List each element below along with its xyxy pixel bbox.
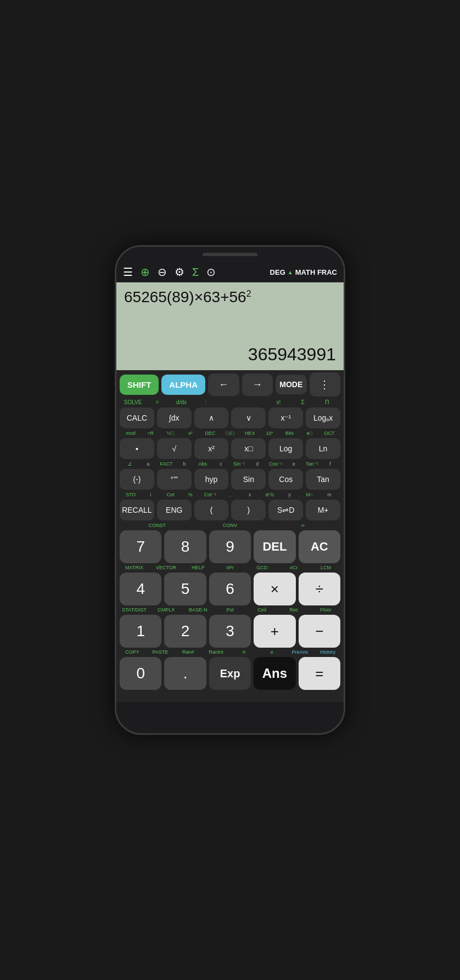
- divide-button[interactable]: ÷: [299, 573, 340, 605]
- preans-label: PreAns: [287, 649, 312, 655]
- menu-icon[interactable]: ☰: [123, 265, 133, 279]
- gcd-label: GCD: [248, 565, 277, 570]
- abc-label: aᵇ/c: [260, 492, 279, 497]
- num-sub-row-1: MATRIX VECTOR HELP nPr GCD nCr LCM: [120, 565, 340, 570]
- e-label: e: [285, 461, 303, 467]
- mode-deg: DEG: [270, 268, 285, 276]
- two-button[interactable]: 2: [164, 615, 206, 648]
- tenx-label: 10ˣ: [260, 430, 279, 436]
- zero-button[interactable]: 0: [120, 657, 161, 690]
- deg-sym-button[interactable]: °'": [157, 469, 192, 490]
- log-a-button[interactable]: Logₐx: [306, 407, 340, 428]
- more-button[interactable]: ⋮: [310, 372, 341, 396]
- neg-button[interactable]: (-): [120, 469, 154, 490]
- row-123: 1 2 3 + −: [120, 615, 340, 648]
- cotinv-label: Cot⁻¹: [200, 492, 220, 497]
- eq-label: =: [145, 399, 169, 405]
- alpha-button[interactable]: ALPHA: [161, 375, 205, 395]
- close-paren-button[interactable]: ): [231, 500, 266, 520]
- tan-inv-label: Tan⁻¹: [303, 461, 321, 467]
- calc-button[interactable]: CALC: [120, 407, 154, 428]
- multiply-button[interactable]: ×: [254, 573, 295, 605]
- num-sub-row-3: COPY PASTE Ran# RanInt π e PreAns Histor…: [120, 649, 340, 655]
- toolbar: ☰ ⊕ ⊖ ⚙ Σ ⊙ DEG ▲ MATH FRAC: [116, 262, 344, 282]
- sub-labels-3: STO i Cot % Cot⁻¹ , x aᵇ/c y M− m: [116, 491, 344, 498]
- add-icon[interactable]: ⊕: [141, 265, 150, 279]
- const-label: CONST: [121, 523, 194, 528]
- stat-label: STAT/DIST: [120, 607, 149, 613]
- help-label: HELP: [183, 565, 212, 570]
- d-label: d: [248, 461, 266, 467]
- fraction-button[interactable]: ▪: [120, 438, 154, 459]
- down-arrow-button[interactable]: ∨: [231, 407, 266, 428]
- ac-button[interactable]: AC: [299, 530, 340, 563]
- pol-label: Pol: [215, 607, 244, 613]
- x-sq-button[interactable]: x²: [194, 438, 229, 459]
- pi2-label: Π: [315, 399, 339, 405]
- b-label: b: [176, 461, 194, 467]
- fact-label: FACT: [157, 461, 175, 467]
- result-display: 365943991: [124, 344, 336, 365]
- five-button[interactable]: 5: [164, 573, 206, 605]
- sd-button[interactable]: S⇌D: [268, 500, 303, 520]
- mode-button[interactable]: MODE: [276, 375, 307, 394]
- tan-button[interactable]: Tan: [306, 469, 340, 490]
- dot-button[interactable]: .: [164, 657, 206, 690]
- oct-label: OCT: [319, 430, 339, 436]
- math-frac-label: MATH FRAC: [295, 268, 337, 276]
- calculator: ☰ ⊕ ⊖ ⚙ Σ ⊙ DEG ▲ MATH FRAC 65265(89)×63…: [116, 262, 344, 702]
- eng-button[interactable]: ENG: [157, 500, 192, 520]
- m-label: m: [319, 492, 339, 497]
- right-arrow-button[interactable]: →: [242, 373, 273, 396]
- ncr-label: nCr: [279, 565, 308, 570]
- sigma-icon[interactable]: Σ: [192, 266, 199, 279]
- exp-button[interactable]: Exp: [209, 657, 251, 690]
- hyp-button[interactable]: hyp: [194, 469, 229, 490]
- log-button[interactable]: Log: [268, 438, 303, 459]
- minus-icon[interactable]: ⊖: [158, 265, 167, 279]
- equals-button[interactable]: =: [299, 657, 340, 690]
- paste-label: PASTE: [148, 649, 173, 655]
- sigma2-label: Σ: [291, 399, 315, 405]
- up-arrow-button[interactable]: ∧: [194, 407, 229, 428]
- bin-label: BIN: [280, 430, 300, 436]
- bottom-safe-area: [116, 693, 344, 702]
- left-arrow-button[interactable]: ←: [208, 373, 239, 396]
- four-button[interactable]: 4: [120, 573, 161, 605]
- ceil-label: Ceil: [248, 607, 277, 613]
- sqrt-button[interactable]: √: [157, 438, 192, 459]
- open-paren-button[interactable]: (: [194, 500, 229, 520]
- triangle-icon: ▲: [288, 269, 293, 275]
- conv-label: CONV: [194, 523, 267, 528]
- settings-icon[interactable]: ⚙: [175, 265, 184, 279]
- inf-label: ∞: [266, 523, 339, 528]
- three-button[interactable]: 3: [209, 615, 251, 648]
- ln-button[interactable]: Ln: [306, 438, 340, 459]
- sin-button[interactable]: Sin: [231, 469, 266, 490]
- x-inv-button[interactable]: x⁻¹: [268, 407, 303, 428]
- seven-button[interactable]: 7: [120, 530, 161, 563]
- m-plus-button[interactable]: M+: [306, 500, 340, 520]
- integral-button[interactable]: ∫dx: [157, 407, 192, 428]
- cos-inv-label: Cos⁻¹: [266, 461, 284, 467]
- pi-label: π: [232, 649, 257, 655]
- one-button[interactable]: 1: [120, 615, 161, 648]
- y-label: y: [280, 492, 300, 497]
- plus-button[interactable]: +: [254, 615, 295, 648]
- nine-button[interactable]: 9: [209, 530, 251, 563]
- cos-button[interactable]: Cos: [268, 469, 303, 490]
- x-box-button[interactable]: x□: [231, 438, 266, 459]
- eight-button[interactable]: 8: [164, 530, 206, 563]
- shift-button[interactable]: SHIFT: [120, 375, 159, 395]
- notch-bar: [203, 253, 257, 256]
- minus-button[interactable]: −: [299, 615, 340, 648]
- ans-button[interactable]: Ans: [254, 657, 295, 690]
- sin-inv-label: Sin⁻¹: [230, 461, 248, 467]
- del-button[interactable]: DEL: [254, 530, 295, 563]
- camera-icon[interactable]: ⊙: [206, 265, 216, 279]
- f-label: f: [321, 461, 339, 467]
- six-button[interactable]: 6: [209, 573, 251, 605]
- c-label: c: [212, 461, 230, 467]
- ebox-label: e□: [300, 430, 319, 436]
- recall-button[interactable]: RECALL: [120, 500, 154, 520]
